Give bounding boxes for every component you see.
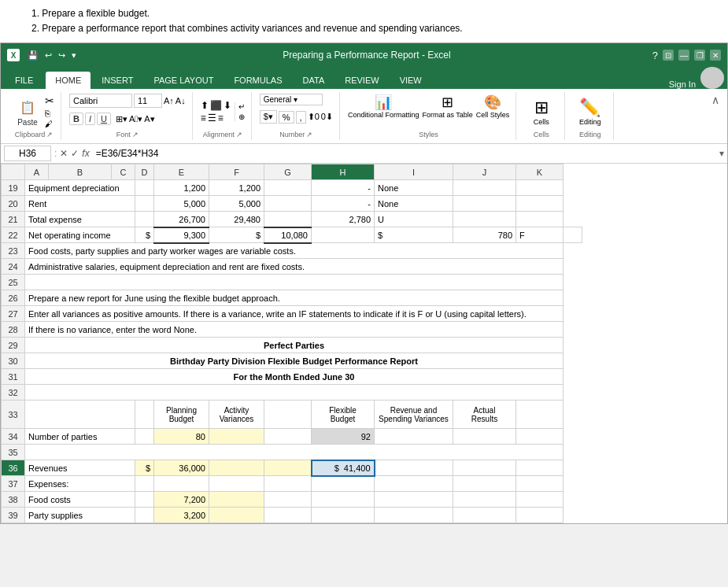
cell-H33[interactable]: FlexibleBudget — [312, 401, 375, 429]
redo-quick-btn[interactable]: ↪ — [57, 49, 67, 62]
tab-review[interactable]: REVIEW — [335, 72, 388, 89]
tab-page-layout[interactable]: PAGE LAYOUT — [144, 72, 223, 89]
cell-H39[interactable] — [312, 508, 375, 523]
cell-F22[interactable]: 10,080 — [264, 227, 312, 243]
cell-E34[interactable]: 80 — [154, 429, 209, 445]
cell-A27[interactable]: Enter all variances as positive amounts.… — [25, 306, 564, 322]
cell-A22[interactable]: Net operating income — [25, 227, 135, 243]
ribbon-collapse-btn[interactable]: ∧ — [711, 94, 719, 106]
cell-J19[interactable] — [453, 180, 516, 196]
tab-view[interactable]: VIEW — [390, 72, 431, 89]
tab-insert[interactable]: INSERT — [92, 72, 142, 89]
cell-I20[interactable]: None — [375, 196, 453, 212]
cell-J39[interactable] — [453, 508, 516, 523]
font-color-button[interactable]: A▾ — [144, 114, 154, 124]
underline-button[interactable]: U — [97, 113, 111, 125]
cell-K22[interactable] — [564, 227, 582, 243]
cell-F21[interactable]: 29,480 — [209, 212, 264, 227]
cell-D19[interactable] — [135, 180, 154, 196]
decrease-font-btn[interactable]: A↓ — [176, 96, 186, 105]
cell-K34[interactable] — [516, 429, 564, 445]
cell-K37[interactable] — [516, 476, 564, 492]
cell-A35[interactable] — [25, 445, 564, 460]
cell-K39[interactable] — [516, 508, 564, 523]
formula-bar-expand-icon[interactable]: ▾ — [719, 148, 724, 159]
cell-E19[interactable]: 1,200 — [154, 180, 209, 196]
cell-E39[interactable]: 3,200 — [154, 508, 209, 523]
merge-center-btn[interactable]: ⊕ — [238, 113, 245, 121]
cell-I33[interactable]: Revenue andSpending Variances — [375, 401, 453, 429]
cell-G21[interactable] — [264, 212, 312, 227]
cell-A36[interactable]: Revenues — [25, 460, 135, 476]
cell-D39[interactable] — [135, 508, 154, 523]
cell-H20[interactable]: - — [312, 196, 375, 212]
cell-D34[interactable] — [135, 429, 154, 445]
cell-E22[interactable]: 9,300 — [154, 227, 209, 243]
cell-D22[interactable]: $ — [135, 227, 154, 243]
cell-J21[interactable] — [453, 212, 516, 227]
cell-D33[interactable] — [135, 401, 154, 429]
cell-K38[interactable] — [516, 492, 564, 508]
font-name-input[interactable] — [69, 94, 132, 108]
cell-I21[interactable]: U — [375, 212, 453, 227]
cell-H19[interactable]: - — [312, 180, 375, 196]
col-header-K[interactable]: K — [516, 164, 564, 180]
cell-A26[interactable]: Prepare a new report for June using the … — [25, 290, 564, 306]
cell-I39[interactable] — [375, 508, 453, 523]
cancel-formula-btn[interactable]: ✕ — [60, 148, 68, 159]
cell-A28[interactable]: If there is no variance, enter the word … — [25, 322, 564, 338]
cell-K33[interactable] — [516, 401, 564, 429]
cell-G22[interactable] — [312, 227, 375, 243]
comma-btn[interactable]: , — [296, 111, 306, 124]
cell-I34[interactable] — [375, 429, 453, 445]
cell-J38[interactable] — [453, 492, 516, 508]
cell-E36[interactable]: 36,000 — [154, 460, 209, 476]
cell-G20[interactable] — [264, 196, 312, 212]
cell-E38[interactable]: 7,200 — [154, 492, 209, 508]
align-center-btn[interactable]: ☰ — [208, 113, 216, 124]
alignment-expand-icon[interactable]: ↗ — [236, 131, 242, 138]
cell-I38[interactable] — [375, 492, 453, 508]
cell-G33[interactable] — [264, 401, 312, 429]
editing-button[interactable]: ✏️ Editing — [579, 98, 601, 126]
align-right-btn[interactable]: ≡ — [218, 113, 224, 124]
cell-I19[interactable]: None — [375, 180, 453, 196]
paste-button[interactable]: 📋 Paste — [13, 94, 42, 128]
clipboard-expand-icon[interactable]: ↗ — [46, 131, 53, 138]
cell-F37[interactable] — [209, 476, 264, 492]
cell-reference-box[interactable]: H36 — [4, 146, 51, 161]
cell-A39[interactable]: Party supplies — [25, 508, 135, 523]
italic-button[interactable]: I — [85, 113, 95, 125]
number-format-box[interactable]: General ▾ — [260, 94, 323, 105]
cell-H21[interactable]: 2,780 — [312, 212, 375, 227]
confirm-formula-btn[interactable]: ✓ — [71, 148, 79, 159]
cell-F19[interactable]: 1,200 — [209, 180, 264, 196]
wrap-text-btn[interactable]: ↵ — [238, 102, 245, 111]
cell-D21[interactable] — [135, 212, 154, 227]
cell-J33[interactable]: ActualResults — [453, 401, 516, 429]
col-header-I[interactable]: I — [375, 164, 453, 180]
cell-J34[interactable] — [453, 429, 516, 445]
align-top-btn[interactable]: ⬆ — [201, 100, 209, 111]
cell-A38[interactable]: Food costs — [25, 492, 135, 508]
cell-merged-31[interactable]: For the Month Ended June 30 — [25, 369, 564, 385]
cell-A23[interactable]: Food costs, party supplies and party wor… — [25, 243, 564, 259]
cell-I22[interactable]: 780 — [453, 227, 516, 243]
tab-file[interactable]: FILE — [4, 72, 44, 89]
cells-button[interactable]: ⊞ Cells — [534, 98, 549, 126]
tab-home[interactable]: HOME — [46, 72, 91, 89]
cell-merged-30[interactable]: Birthday Party Division Flexible Budget … — [25, 353, 564, 369]
cell-A19[interactable]: Equipment depreciation — [25, 180, 135, 196]
borders-button[interactable]: ⊞▾ — [116, 114, 127, 124]
cell-F36[interactable] — [209, 460, 264, 476]
save-quick-btn[interactable]: 💾 — [26, 49, 40, 62]
cell-D38[interactable] — [135, 492, 154, 508]
restore-btn[interactable]: ⊡ — [663, 50, 674, 61]
close-btn[interactable]: ✕ — [710, 50, 721, 61]
col-header-J[interactable]: J — [453, 164, 516, 180]
cell-J22[interactable]: F — [516, 227, 564, 243]
increase-font-btn[interactable]: A↑ — [164, 96, 174, 105]
cell-K20[interactable] — [516, 196, 564, 212]
cell-E33[interactable]: PlanningBudget — [154, 401, 209, 429]
cell-E20[interactable]: 5,000 — [154, 196, 209, 212]
